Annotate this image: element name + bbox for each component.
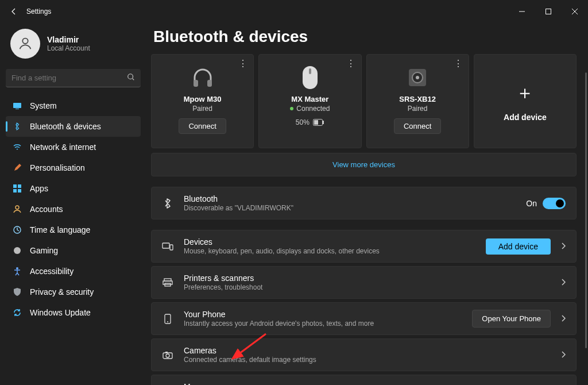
speaker-icon (407, 64, 428, 91)
bluetooth-sub: Discoverable as "VLADIMIRWORK" (184, 204, 293, 212)
bluetooth-icon (13, 122, 22, 131)
mouse-icon (300, 64, 320, 91)
svg-rect-0 (546, 9, 551, 14)
battery-status: 50% (296, 118, 324, 126)
device-name: SRS-XB12 (399, 95, 436, 103)
user-name: Vladimir (47, 35, 90, 44)
connect-button[interactable]: Connect (179, 118, 226, 134)
connect-button[interactable]: Connect (394, 118, 441, 134)
row-devices[interactable]: Devices Mouse, keyboard, pen, audio, dis… (151, 230, 577, 263)
chevron-right-icon (561, 350, 566, 360)
search-box[interactable] (6, 69, 141, 87)
bluetooth-toggle[interactable] (543, 198, 566, 209)
devices-icon (162, 242, 173, 251)
page-title: Bluetooth & devices (153, 28, 577, 46)
add-device-button[interactable]: Add device (486, 238, 551, 255)
titlebar: Settings (0, 0, 588, 23)
update-icon (13, 308, 22, 317)
camera-icon (162, 351, 173, 359)
sidebar-item-system[interactable]: System (6, 95, 141, 116)
clock-icon (13, 225, 22, 234)
close-button[interactable] (562, 2, 588, 21)
maximize-button[interactable] (535, 2, 562, 21)
svg-point-31 (166, 354, 169, 357)
sidebar-item-apps[interactable]: Apps (6, 178, 141, 199)
sidebar-item-update[interactable]: Windows Update (6, 302, 141, 323)
device-card-mpow[interactable]: ⋮ Mpow M30 Paired Connect (151, 54, 254, 148)
avatar (10, 29, 40, 59)
sidebar-item-label: Gaming (30, 246, 58, 255)
search-input[interactable] (11, 74, 127, 82)
svg-rect-16 (309, 68, 311, 74)
gaming-icon (13, 246, 22, 255)
printer-icon (162, 278, 173, 287)
svg-rect-32 (165, 352, 168, 353)
device-card-srs[interactable]: ⋮ SRS-XB12 Paired Connect (366, 54, 469, 148)
device-status: Paired (408, 105, 428, 113)
svg-rect-6 (18, 184, 21, 188)
sidebar-item-privacy[interactable]: Privacy & security (6, 282, 141, 302)
sidebar-item-label: Network & internet (30, 143, 96, 152)
view-more-devices[interactable]: View more devices (151, 153, 577, 176)
accessibility-icon (13, 267, 22, 276)
accounts-icon (13, 205, 22, 214)
row-cameras[interactable]: Cameras Connected cameras, default image… (151, 338, 577, 371)
device-card-mxmaster[interactable]: ⋮ MX Master Connected 50% (258, 54, 361, 148)
svg-point-11 (14, 247, 21, 254)
row-title: Your Phone (184, 310, 374, 319)
shield-icon (13, 287, 22, 297)
svg-rect-18 (314, 120, 318, 125)
row-title: Cameras (184, 346, 316, 355)
sidebar-item-accessibility[interactable]: Accessibility (6, 261, 141, 282)
row-title: Mouse (184, 382, 304, 385)
chevron-right-icon (561, 278, 566, 288)
device-name: MX Master (291, 95, 328, 103)
chevron-right-icon (561, 241, 566, 252)
sidebar-item-label: Apps (30, 184, 48, 193)
row-yourphone[interactable]: Your Phone Instantly access your Android… (151, 302, 577, 335)
sidebar-item-accounts[interactable]: Accounts (6, 199, 141, 220)
open-your-phone-button[interactable]: Open Your Phone (472, 310, 551, 328)
sidebar-item-personalisation[interactable]: Personalisation (6, 157, 141, 178)
bluetooth-icon (162, 198, 173, 209)
scrollbar[interactable] (585, 72, 587, 348)
main-content: Bluetooth & devices ⋮ Mpow M30 Paired Co… (146, 23, 588, 385)
svg-point-22 (416, 76, 419, 79)
row-sub: Instantly access your Android device's p… (184, 319, 374, 328)
user-card[interactable]: Vladimir Local Account (6, 26, 141, 67)
headphones-icon (189, 64, 216, 91)
svg-rect-13 (194, 80, 198, 87)
row-title: Devices (184, 237, 380, 247)
apps-icon (13, 184, 22, 193)
more-icon[interactable]: ⋮ (454, 58, 463, 69)
sidebar-item-gaming[interactable]: Gaming (6, 240, 141, 261)
bluetooth-title: Bluetooth (184, 194, 293, 203)
add-device-card[interactable]: ＋ Add device (474, 54, 577, 148)
more-icon[interactable]: ⋮ (346, 58, 355, 69)
svg-point-12 (16, 267, 18, 270)
chevron-right-icon (561, 314, 566, 324)
svg-rect-3 (13, 103, 21, 108)
minimize-button[interactable] (509, 2, 535, 21)
sidebar-item-bluetooth[interactable]: Bluetooth & devices (6, 116, 141, 137)
user-sub: Local Account (47, 44, 90, 52)
sidebar-item-time[interactable]: Time & language (6, 220, 141, 240)
sidebar-item-network[interactable]: Network & internet (6, 137, 141, 157)
more-icon[interactable]: ⋮ (238, 58, 247, 69)
svg-rect-7 (13, 189, 17, 192)
sidebar-item-label: Accessibility (30, 267, 74, 276)
svg-point-29 (167, 321, 168, 322)
svg-rect-8 (18, 189, 21, 192)
device-status: Paired (192, 105, 212, 113)
row-printers[interactable]: Printers & scanners Preferences, trouble… (151, 266, 577, 299)
back-button[interactable] (9, 7, 18, 16)
svg-rect-19 (323, 121, 324, 124)
svg-point-9 (16, 206, 19, 209)
toggle-state: On (526, 199, 537, 208)
sidebar-item-label: Time & language (30, 225, 90, 234)
svg-rect-24 (170, 245, 173, 250)
device-cards: ⋮ Mpow M30 Paired Connect ⋮ MX Master Co… (151, 54, 577, 148)
svg-rect-4 (16, 109, 19, 109)
row-mouse[interactable]: Mouse Buttons, mouse pointer speed, scro… (151, 375, 577, 385)
sidebar-item-label: Privacy & security (30, 287, 94, 297)
